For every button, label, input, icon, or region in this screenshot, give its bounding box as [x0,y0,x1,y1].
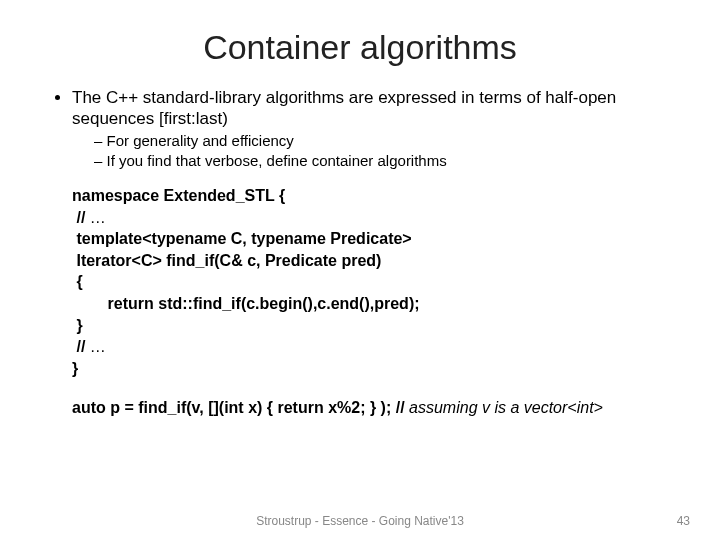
bullet-list: The C++ standard-library algorithms are … [50,87,670,171]
sub-list: For generality and efficiency If you fin… [72,132,670,172]
code-line: // [72,338,90,355]
slide: Container algorithms The C++ standard-li… [0,0,720,417]
code-line: return std::find_if(c.begin(),c.end(),pr… [72,295,420,312]
page-number: 43 [677,514,690,528]
code-line: { [72,273,83,290]
code-line: Iterator<C> find_if(C& c, Predicate pred… [72,252,381,269]
usage-line: auto p = find_if(v, [](int x) { return x… [72,399,670,417]
sub-item: If you find that verbose, define contain… [94,152,670,171]
code-line: } [72,317,83,334]
code-line: // [72,209,90,226]
code-block: namespace Extended_STL { // … template<t… [72,185,670,379]
usage-comment: assuming v is a vector<int> [409,399,603,416]
bullet-item: The C++ standard-library algorithms are … [72,87,670,171]
code-line: template<typename C, typename Predicate> [72,230,412,247]
footer-text: Stroustrup - Essence - Going Native'13 [0,514,720,528]
code-line: } [72,360,78,377]
slide-title: Container algorithms [50,28,670,67]
usage-code: auto p = find_if(v, [](int x) { return x… [72,399,409,416]
sub-item: For generality and efficiency [94,132,670,151]
code-ellipsis: … [90,338,106,355]
code-ellipsis: … [90,209,106,226]
code-line: namespace Extended_STL { [72,187,285,204]
bullet-text: The C++ standard-library algorithms are … [72,88,616,128]
